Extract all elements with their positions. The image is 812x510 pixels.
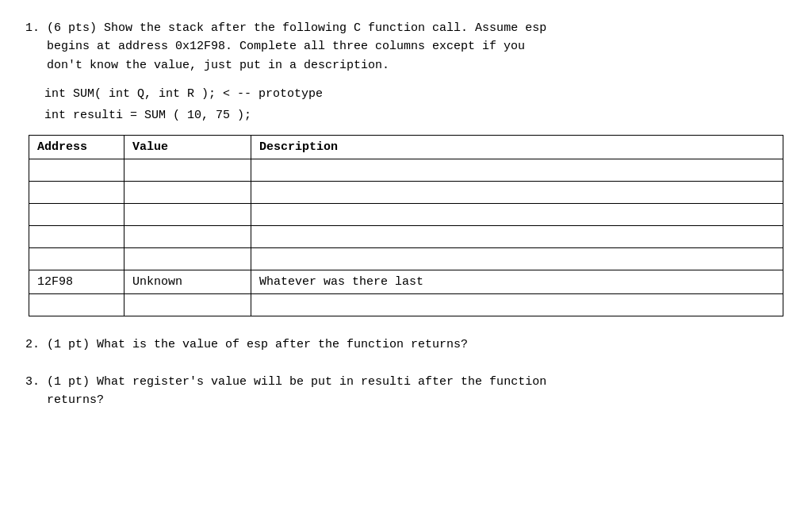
- header-address: Address: [29, 135, 124, 159]
- cell-address: [29, 247, 124, 270]
- code-call: int resulti = SUM ( 10, 75 );: [44, 109, 787, 122]
- q3-line1: (1 pt) What register's value will be put…: [47, 375, 546, 389]
- table-row: [29, 159, 783, 181]
- code-line-2: int resulti = SUM ( 10, 75 );: [44, 109, 787, 122]
- cell-value: [124, 293, 251, 316]
- q1-line2: begins at address 0x12F98. Complete all …: [47, 40, 525, 53]
- q3-line2: returns?: [47, 393, 104, 407]
- table-row: [29, 225, 783, 247]
- cell-value: [124, 159, 251, 181]
- table-row: [29, 247, 783, 270]
- cell-address: 12F98: [29, 270, 124, 293]
- question-1: 1. (6 pts) Show the stack after the foll…: [25, 19, 787, 316]
- cell-address: [29, 225, 124, 247]
- q3-number: 3.: [25, 375, 40, 389]
- table-header-row: Address Value Description: [29, 135, 783, 159]
- question-1-text: 1. (6 pts) Show the stack after the foll…: [25, 19, 787, 75]
- cell-description: [251, 181, 783, 203]
- cell-value: [124, 247, 251, 270]
- q1-number: 1.: [25, 21, 40, 35]
- header-description: Description: [251, 135, 783, 159]
- cell-address: [29, 181, 124, 203]
- question-2: 2. (1 pt) What is the value of esp after…: [25, 336, 787, 354]
- table-row: [29, 203, 783, 225]
- cell-description: [251, 247, 783, 270]
- cell-description: [251, 159, 783, 181]
- table-row: [29, 293, 783, 316]
- cell-description: [251, 225, 783, 247]
- table-body: 12F98UnknownWhatever was there last: [29, 159, 783, 316]
- q1-line3: don't know the value, just put in a desc…: [47, 59, 389, 72]
- code-line-1: int SUM( int Q, int R ); < -- prototype: [44, 87, 787, 101]
- cell-value: [124, 225, 251, 247]
- q1-line1: (6 pts) Show the stack after the followi…: [47, 21, 546, 35]
- cell-value: Unknown: [124, 270, 251, 293]
- question-3-text: 3. (1 pt) What register's value will be …: [25, 373, 787, 410]
- cell-address: [29, 203, 124, 225]
- header-value: Value: [124, 135, 251, 159]
- question-2-text: 2. (1 pt) What is the value of esp after…: [25, 336, 787, 354]
- q2-number: 2.: [25, 338, 40, 351]
- table-row: [29, 181, 783, 203]
- cell-address: [29, 293, 124, 316]
- question-3: 3. (1 pt) What register's value will be …: [25, 373, 787, 410]
- q2-text: (1 pt) What is the value of esp after th…: [47, 338, 468, 351]
- table-row: 12F98UnknownWhatever was there last: [29, 270, 783, 293]
- stack-table: Address Value Description 12F98UnknownWh…: [29, 135, 783, 316]
- cell-description: [251, 293, 783, 316]
- cell-description: Whatever was there last: [251, 270, 783, 293]
- cell-value: [124, 181, 251, 203]
- cell-value: [124, 203, 251, 225]
- code-prototype: int SUM( int Q, int R ); < -- prototype: [44, 87, 787, 101]
- cell-description: [251, 203, 783, 225]
- cell-address: [29, 159, 124, 181]
